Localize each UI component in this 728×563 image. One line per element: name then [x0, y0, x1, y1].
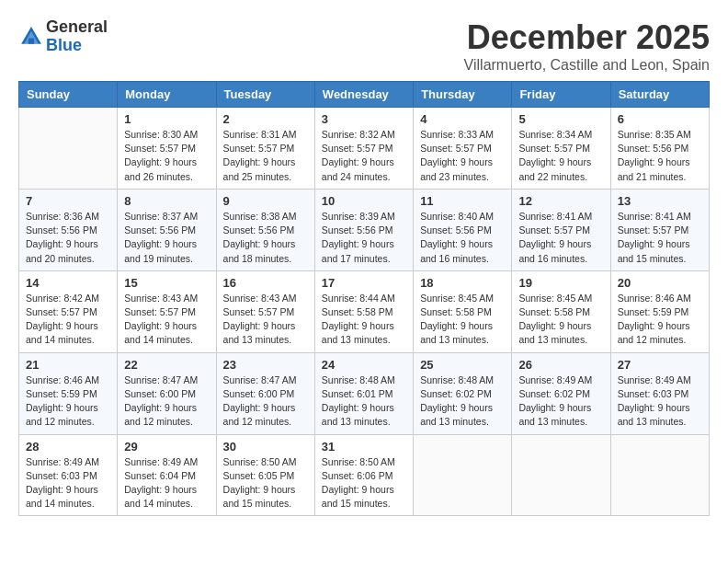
calendar-cell: 25Sunrise: 8:48 AMSunset: 6:02 PMDayligh…: [414, 352, 512, 434]
calendar-cell: 4Sunrise: 8:33 AMSunset: 5:57 PMDaylight…: [414, 108, 512, 190]
day-number: 28: [26, 440, 110, 454]
logo-text: General Blue: [46, 18, 108, 55]
calendar-cell: 22Sunrise: 8:47 AMSunset: 6:00 PMDayligh…: [118, 352, 216, 434]
day-number: 21: [26, 358, 110, 372]
calendar-week-row: 7Sunrise: 8:36 AMSunset: 5:56 PMDaylight…: [19, 189, 710, 270]
day-info: Sunrise: 8:37 AMSunset: 5:56 PMDaylight:…: [124, 210, 209, 266]
day-info: Sunrise: 8:36 AMSunset: 5:56 PMDaylight:…: [26, 210, 110, 266]
day-number: 7: [26, 194, 110, 208]
weekday-header-saturday: Saturday: [610, 82, 709, 108]
calendar-week-row: 28Sunrise: 8:49 AMSunset: 6:03 PMDayligh…: [19, 434, 710, 516]
day-info: Sunrise: 8:50 AMSunset: 6:05 PMDaylight:…: [223, 455, 308, 511]
calendar-cell: 1Sunrise: 8:30 AMSunset: 5:57 PMDaylight…: [118, 108, 216, 190]
calendar-cell: 30Sunrise: 8:50 AMSunset: 6:05 PMDayligh…: [216, 434, 314, 516]
calendar-cell: 13Sunrise: 8:41 AMSunset: 5:57 PMDayligh…: [610, 189, 709, 270]
day-number: 31: [322, 440, 406, 454]
logo-blue-text: Blue: [46, 36, 82, 54]
day-info: Sunrise: 8:40 AMSunset: 5:56 PMDaylight:…: [420, 210, 505, 266]
calendar-cell: 27Sunrise: 8:49 AMSunset: 6:03 PMDayligh…: [610, 352, 709, 434]
day-info: Sunrise: 8:50 AMSunset: 6:06 PMDaylight:…: [322, 455, 406, 511]
day-info: Sunrise: 8:45 AMSunset: 5:58 PMDaylight:…: [420, 292, 505, 348]
calendar-header: SundayMondayTuesdayWednesdayThursdayFrid…: [19, 82, 710, 108]
calendar-cell: [414, 434, 512, 516]
day-number: 4: [420, 112, 505, 126]
day-info: Sunrise: 8:30 AMSunset: 5:57 PMDaylight:…: [124, 128, 209, 184]
day-number: 8: [124, 194, 209, 208]
calendar-cell: 9Sunrise: 8:38 AMSunset: 5:56 PMDaylight…: [216, 189, 314, 270]
calendar-cell: 2Sunrise: 8:31 AMSunset: 5:57 PMDaylight…: [216, 108, 314, 190]
day-info: Sunrise: 8:48 AMSunset: 6:01 PMDaylight:…: [322, 373, 406, 430]
calendar-cell: 21Sunrise: 8:46 AMSunset: 5:59 PMDayligh…: [19, 352, 118, 434]
day-number: 1: [124, 112, 209, 126]
calendar-cell: 26Sunrise: 8:49 AMSunset: 6:02 PMDayligh…: [512, 352, 610, 434]
page-container: General Blue December 2025 Villarmuerto,…: [18, 18, 710, 516]
calendar-cell: 5Sunrise: 8:34 AMSunset: 5:57 PMDaylight…: [512, 108, 610, 190]
calendar-week-row: 21Sunrise: 8:46 AMSunset: 5:59 PMDayligh…: [19, 352, 710, 434]
logo-icon: [18, 24, 44, 50]
day-number: 19: [518, 276, 603, 290]
day-number: 12: [518, 194, 603, 208]
day-number: 24: [322, 358, 406, 372]
day-info: Sunrise: 8:43 AMSunset: 5:57 PMDaylight:…: [223, 292, 308, 348]
day-info: Sunrise: 8:43 AMSunset: 5:57 PMDaylight:…: [124, 292, 209, 348]
day-info: Sunrise: 8:34 AMSunset: 5:57 PMDaylight:…: [518, 128, 603, 184]
day-number: 22: [124, 358, 209, 372]
day-info: Sunrise: 8:39 AMSunset: 5:56 PMDaylight:…: [322, 210, 406, 266]
calendar-cell: 24Sunrise: 8:48 AMSunset: 6:01 PMDayligh…: [314, 352, 413, 434]
calendar-cell: [512, 434, 610, 516]
calendar-week-row: 1Sunrise: 8:30 AMSunset: 5:57 PMDaylight…: [19, 108, 710, 190]
day-info: Sunrise: 8:49 AMSunset: 6:03 PMDaylight:…: [26, 455, 110, 511]
calendar-cell: 29Sunrise: 8:49 AMSunset: 6:04 PMDayligh…: [118, 434, 216, 516]
calendar-cell: 10Sunrise: 8:39 AMSunset: 5:56 PMDayligh…: [314, 189, 413, 270]
calendar-cell: 8Sunrise: 8:37 AMSunset: 5:56 PMDaylight…: [118, 189, 216, 270]
logo: General Blue: [18, 18, 108, 55]
calendar-cell: 11Sunrise: 8:40 AMSunset: 5:56 PMDayligh…: [414, 189, 512, 270]
calendar-cell: 20Sunrise: 8:46 AMSunset: 5:59 PMDayligh…: [610, 270, 709, 352]
calendar-week-row: 14Sunrise: 8:42 AMSunset: 5:57 PMDayligh…: [19, 270, 710, 352]
weekday-header-wednesday: Wednesday: [314, 82, 413, 108]
day-number: 6: [618, 112, 702, 126]
day-info: Sunrise: 8:47 AMSunset: 6:00 PMDaylight:…: [124, 373, 209, 430]
day-number: 11: [420, 194, 505, 208]
calendar-cell: 18Sunrise: 8:45 AMSunset: 5:58 PMDayligh…: [414, 270, 512, 352]
day-number: 2: [223, 112, 308, 126]
day-number: 27: [618, 358, 702, 372]
weekday-header-monday: Monday: [118, 82, 216, 108]
day-info: Sunrise: 8:46 AMSunset: 5:59 PMDaylight:…: [26, 373, 110, 430]
day-number: 9: [223, 194, 308, 208]
weekday-header-tuesday: Tuesday: [216, 82, 314, 108]
day-number: 26: [518, 358, 603, 372]
day-number: 25: [420, 358, 505, 372]
day-info: Sunrise: 8:49 AMSunset: 6:03 PMDaylight:…: [618, 373, 702, 430]
day-number: 14: [26, 276, 110, 290]
day-info: Sunrise: 8:41 AMSunset: 5:57 PMDaylight:…: [518, 210, 603, 266]
title-block: December 2025 Villarmuerto, Castille and…: [464, 18, 710, 74]
day-info: Sunrise: 8:45 AMSunset: 5:58 PMDaylight:…: [518, 292, 603, 348]
day-number: 17: [322, 276, 406, 290]
day-info: Sunrise: 8:42 AMSunset: 5:57 PMDaylight:…: [26, 292, 110, 348]
weekday-header-sunday: Sunday: [19, 82, 118, 108]
day-number: 13: [618, 194, 702, 208]
day-info: Sunrise: 8:48 AMSunset: 6:02 PMDaylight:…: [420, 373, 505, 430]
day-info: Sunrise: 8:31 AMSunset: 5:57 PMDaylight:…: [223, 128, 308, 184]
weekday-header-row: SundayMondayTuesdayWednesdayThursdayFrid…: [19, 82, 710, 108]
day-number: 3: [322, 112, 406, 126]
day-info: Sunrise: 8:41 AMSunset: 5:57 PMDaylight:…: [618, 210, 702, 266]
weekday-header-friday: Friday: [512, 82, 610, 108]
calendar-cell: 14Sunrise: 8:42 AMSunset: 5:57 PMDayligh…: [19, 270, 118, 352]
day-number: 23: [223, 358, 308, 372]
calendar-body: 1Sunrise: 8:30 AMSunset: 5:57 PMDaylight…: [19, 108, 710, 516]
day-number: 29: [124, 440, 209, 454]
day-number: 15: [124, 276, 209, 290]
calendar-table: SundayMondayTuesdayWednesdayThursdayFrid…: [18, 81, 710, 516]
calendar-cell: 17Sunrise: 8:44 AMSunset: 5:58 PMDayligh…: [314, 270, 413, 352]
logo-general-text: General: [46, 17, 108, 36]
day-number: 16: [223, 276, 308, 290]
day-number: 18: [420, 276, 505, 290]
calendar-cell: [610, 434, 709, 516]
calendar-title: December 2025: [464, 18, 710, 57]
calendar-cell: 15Sunrise: 8:43 AMSunset: 5:57 PMDayligh…: [118, 270, 216, 352]
day-info: Sunrise: 8:46 AMSunset: 5:59 PMDaylight:…: [618, 292, 702, 348]
day-info: Sunrise: 8:47 AMSunset: 6:00 PMDaylight:…: [223, 373, 308, 430]
day-number: 20: [618, 276, 702, 290]
